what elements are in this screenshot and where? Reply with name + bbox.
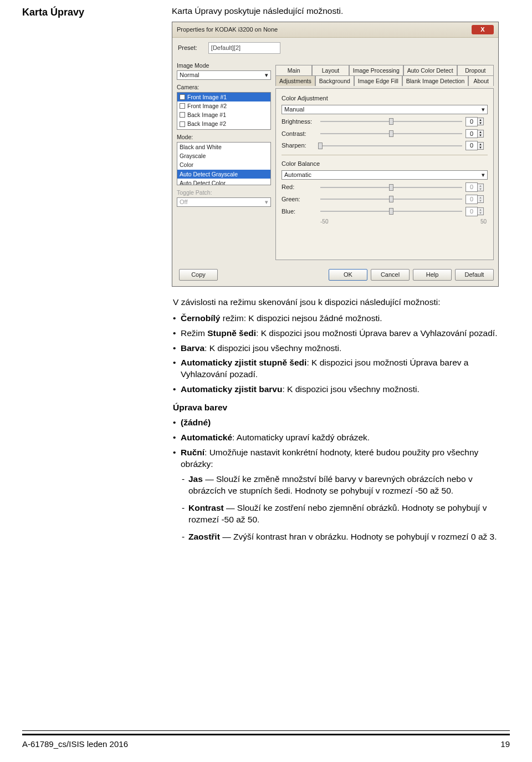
list-item[interactable]: Auto Detect Color [177,179,270,185]
tab-about[interactable]: About [468,75,494,86]
preset-field[interactable]: [Default][2] [208,42,280,54]
default-button[interactable]: Default [455,269,494,281]
subitem-desc: — Slouží ke zostření nebo zjemnění obráz… [188,503,487,524]
tab-blank-image-detection[interactable]: Blank Image Detection [402,75,469,86]
spinner-value: 0 [466,182,478,192]
list-item[interactable]: Auto Detect Grayscale [177,170,270,179]
checkbox-icon [180,103,185,109]
item-name: Ruční [181,448,204,457]
uprava-barev-list: (žádné) Automatické: Automaticky upraví … [173,417,512,542]
brightness-spinner[interactable]: 0▲▼ [466,117,488,126]
brightness-label: Brightness: [282,118,317,126]
uprava-barev-heading: Úprava barev [173,402,512,414]
tab-auto-color-detect[interactable]: Auto Color Detect [403,65,457,75]
tab-layout[interactable]: Layout [312,65,349,75]
list-item-label: Back Image #1 [187,111,226,119]
list-item: Černobílý režim: K dispozici nejsou žádn… [173,313,512,324]
mode-desc: : K dispozici jsou všechny možnosti. [282,384,419,394]
green-slider [320,199,462,200]
mode-desc: : K dispozici jsou možnosti Úprava barev… [256,328,497,338]
list-item-label: Color [180,161,193,169]
modes-list: Černobílý režim: K dispozici nejsou žádn… [173,313,512,396]
mode-listbox[interactable]: Black and White Grayscale Color Auto Det… [177,142,271,185]
color-adjustment-combo[interactable]: Manual ▾ [282,105,488,114]
red-label: Red: [282,183,317,191]
sharpen-slider[interactable] [320,145,462,146]
close-icon[interactable]: X [472,25,494,34]
section-heading: Karta Úpravy [22,6,150,19]
item-desc: : Umožňuje nastavit konkrétní hodnoty, k… [181,448,478,469]
list-item: (žádné) [173,417,512,429]
sharpen-spinner[interactable]: 0▲▼ [466,141,488,150]
tab-image-edge-fill[interactable]: Image Edge Fill [354,75,402,86]
image-mode-combo[interactable]: Normal ▾ [177,70,271,80]
tab-background[interactable]: Background [315,75,354,86]
help-button[interactable]: Help [413,269,452,281]
blue-spinner: 0▲▼ [466,207,488,216]
subitem-desc: — Zvýší kontrast hran v obrázku. Hodnoty… [220,532,497,541]
list-item: Jas — Slouží ke změně množství bílé barv… [181,474,512,497]
copy-button[interactable]: Copy [179,269,218,281]
tab-dropout[interactable]: Dropout [457,65,494,75]
tab-main[interactable]: Main [275,65,312,75]
color-balance-combo[interactable]: Automatic ▾ [282,170,488,180]
toggle-patch-combo: Off ▾ [177,197,271,207]
slider-thumb-icon [389,184,393,191]
axis-max: 50 [480,218,487,226]
color-balance-label: Color Balance [282,160,488,168]
slider-thumb-icon [389,196,393,202]
tab-image-processing[interactable]: Image Processing [349,65,403,75]
contrast-label: Contrast: [282,130,317,138]
color-adjustment-value: Manual [284,105,304,114]
list-item[interactable]: Grayscale [177,151,270,160]
list-item-label: Black and White [180,143,222,151]
spinner-value: 0 [466,117,478,126]
list-item[interactable]: Black and White [177,143,270,151]
item-desc: : Automaticky upraví každý obrázek. [232,433,370,442]
brightness-slider[interactable] [320,121,462,122]
checkbox-icon [180,112,185,118]
list-item-label: Auto Detect Color [180,179,226,185]
dialog-title: Properties for KODAK i3200 on None [177,26,278,34]
chevron-down-icon: ▾ [265,71,268,79]
arrow-down-icon[interactable]: ▼ [478,146,483,149]
blue-label: Blue: [282,207,317,216]
subitem-name: Jas [188,474,203,484]
red-spinner: 0▲▼ [466,182,488,192]
arrow-down-icon[interactable]: ▼ [478,134,483,137]
chevron-down-icon: ▾ [482,171,485,179]
intro-text: Karta Úpravy poskytuje následující možno… [172,6,510,17]
list-item: Zaostřit — Zvýší kontrast hran v obrázku… [181,531,512,543]
tab-adjustments[interactable]: Adjustments [275,75,315,86]
checkbox-icon [180,94,185,100]
slider-thumb-icon[interactable] [389,130,393,137]
list-item[interactable]: Color [177,160,270,169]
list-item[interactable]: Back Image #1 [177,110,270,119]
slider-thumb-icon [389,208,393,215]
toggle-patch-label: Toggle Patch: [177,189,271,196]
blue-slider [320,211,462,212]
cancel-button[interactable]: Cancel [371,269,410,281]
chevron-down-icon: ▾ [482,105,485,114]
arrow-down-icon: ▼ [478,187,483,191]
list-item: Ruční: Umožňuje nastavit konkrétní hodno… [173,447,512,542]
camera-listbox[interactable]: Front Image #1 Front Image #2 Back Image… [177,92,271,130]
list-item[interactable]: Front Image #1 [177,93,270,101]
list-item[interactable]: Back Image #2 [177,119,270,128]
slider-thumb-icon[interactable] [389,118,393,125]
color-balance-value: Automatic [284,171,311,179]
list-item: Režim Stupně šedi: K dispozici jsou možn… [173,328,512,339]
mode-name: Barva [181,343,204,353]
chevron-down-icon: ▾ [265,198,268,206]
image-mode-value: Normal [180,71,199,79]
contrast-slider[interactable] [320,133,462,134]
contrast-spinner[interactable]: 0▲▼ [466,129,488,139]
list-item-label: Grayscale [180,152,206,160]
list-item[interactable]: Front Image #2 [177,101,270,110]
subitem-name: Zaostřit [188,532,220,541]
ok-button[interactable]: OK [329,269,367,281]
arrow-down-icon[interactable]: ▼ [478,121,483,125]
list-item-label: Back Image #2 [187,120,226,128]
sharpen-label: Sharpen: [282,141,317,150]
slider-thumb-icon[interactable] [318,143,323,149]
